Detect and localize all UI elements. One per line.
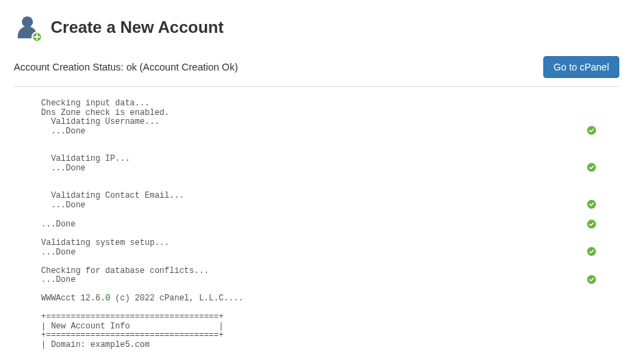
- create-account-icon: [14, 14, 41, 41]
- check-icon: [587, 163, 596, 172]
- log-line: ...Done: [41, 127, 160, 137]
- log-section-username: Validating Username... ...Done: [41, 118, 606, 136]
- log-section-system: Validating system setup... ...Done: [41, 239, 606, 257]
- wwwacct-post: (c) 2022 cPanel, L.L.C....: [110, 294, 243, 303]
- check-icon: [587, 126, 596, 135]
- log-line: ...Done: [41, 248, 169, 258]
- page-header: Create a New Account: [14, 14, 619, 41]
- check-icon: [587, 275, 596, 284]
- log-box-border: +===================================+: [41, 313, 606, 322]
- wwwacct-pre: WWWAcct 12.6.: [41, 294, 106, 303]
- log-box-domain: | Domain: example5.com: [41, 341, 606, 350]
- log-line: ...Done: [41, 201, 184, 211]
- page-title: Create a New Account: [51, 18, 224, 37]
- creation-log: Checking input data... Dns Zone check is…: [14, 99, 619, 350]
- status-text: Account Creation Status: ok (Account Cre…: [14, 62, 238, 73]
- log-section-db: Checking for database conflicts... ...Do…: [41, 267, 606, 285]
- log-line: Validating Contact Email...: [41, 192, 184, 201]
- log-line: Validating system setup...: [41, 239, 169, 248]
- log-section-email: Validating Contact Email... ...Done: [41, 192, 606, 210]
- go-to-cpanel-button[interactable]: Go to cPanel: [543, 56, 619, 78]
- check-icon: [587, 200, 596, 209]
- log-line: Dns Zone check is enabled.: [41, 109, 606, 118]
- log-section-outer-done: ...Done: [41, 220, 606, 230]
- log-box-title: | New Account Info |: [41, 322, 606, 332]
- plus-icon: [32, 31, 42, 42]
- check-icon: [587, 220, 596, 229]
- log-line: Checking input data...: [41, 99, 606, 109]
- log-line: Checking for database conflicts...: [41, 267, 209, 276]
- log-line: Validating IP...: [41, 155, 130, 164]
- log-line: ...Done: [41, 164, 130, 174]
- log-box-border: +===================================+: [41, 331, 606, 341]
- divider: [14, 86, 619, 87]
- log-line: ...Done: [41, 276, 209, 285]
- log-section-ip: Validating IP... ...Done: [41, 155, 606, 173]
- wwwacct-zero: 0: [106, 294, 110, 303]
- check-icon: [587, 247, 596, 256]
- status-row: Account Creation Status: ok (Account Cre…: [14, 56, 619, 78]
- log-line-wwwacct: WWWAcct 12.6.0 (c) 2022 cPanel, L.L.C...…: [41, 294, 606, 304]
- log-line: Validating Username...: [41, 118, 160, 127]
- log-line: ...Done: [41, 220, 75, 230]
